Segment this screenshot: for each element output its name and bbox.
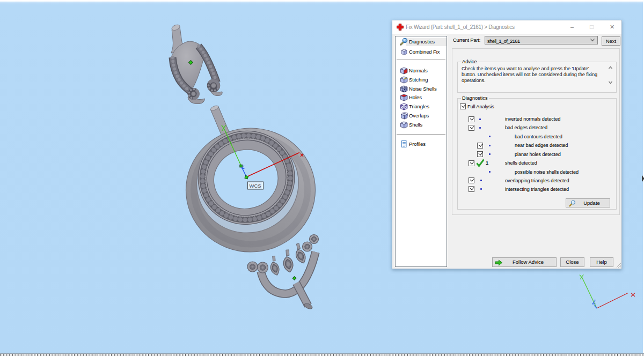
svg-text:WCS: WCS xyxy=(250,183,261,189)
